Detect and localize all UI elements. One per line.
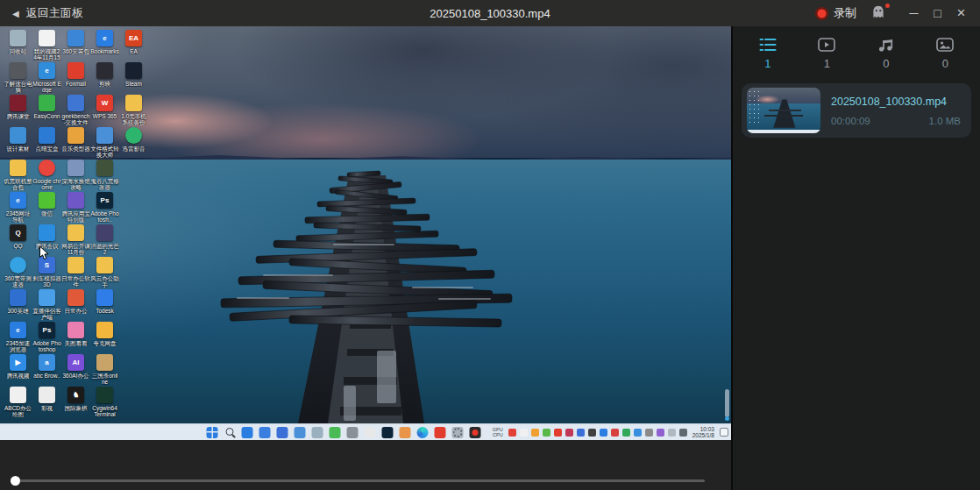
wps-icon bbox=[434, 427, 445, 438]
desktop-icon-label: QQ bbox=[4, 243, 32, 249]
desktop-icon-label: 国际象棋 bbox=[61, 405, 90, 411]
desktop-icon-glyph: e bbox=[10, 322, 26, 338]
record-label: 录制 bbox=[834, 5, 856, 21]
record-button[interactable]: 录制 bbox=[815, 5, 856, 21]
titlebar-actions: 录制 ─ □ × bbox=[815, 0, 980, 26]
desktop-icon-empty bbox=[119, 192, 148, 224]
desktop-icon-label: 日常办公软件 bbox=[61, 275, 90, 288]
desktop-icon: 微信 bbox=[32, 192, 61, 224]
desktop-icon-glyph bbox=[39, 95, 55, 111]
desktop-icon-empty bbox=[119, 322, 148, 354]
desktop-icon-glyph bbox=[125, 62, 142, 79]
desktop-icon: e2345网址导航 bbox=[4, 192, 32, 224]
desktop-icon-label: Steam bbox=[119, 81, 148, 87]
desktop-icon-label: 鬼谷八荒修改器 bbox=[90, 178, 119, 190]
desktop-icon: ABCD办公绘图 bbox=[4, 387, 32, 419]
desktop-icon-glyph bbox=[10, 62, 26, 79]
file-size: 1.0 MB bbox=[929, 116, 961, 126]
desktop-icon-glyph bbox=[39, 127, 55, 144]
desktop-icon-label: 回收站 bbox=[4, 48, 32, 54]
thumb-plank bbox=[764, 115, 803, 117]
video-vertical-scrollbar[interactable] bbox=[725, 389, 729, 417]
desktop-icon-glyph bbox=[67, 95, 84, 111]
close-button[interactable]: × bbox=[949, 0, 973, 26]
desktop-icon: 消逝的光芒2 bbox=[90, 224, 119, 257]
desktop-icon: AI360AI办公 bbox=[61, 354, 90, 387]
desktop-icon-glyph bbox=[39, 387, 55, 403]
back-arrow-icon: ◀ bbox=[12, 9, 19, 18]
settings-icon bbox=[451, 427, 463, 438]
desktop-icon: Cygwin64 Terminal bbox=[90, 387, 119, 419]
tray-icon bbox=[543, 429, 550, 437]
gallery-icon bbox=[399, 427, 410, 438]
tab-videos[interactable]: 1 bbox=[798, 38, 857, 70]
title-bar: ◀ 返回主面板 20250108_100330.mp4 录制 ─ □ × bbox=[0, 0, 980, 26]
desktop-icon-label: Adobe Photosh.. bbox=[90, 210, 119, 223]
desktop-icon-label: 设计素材 bbox=[4, 146, 32, 152]
desktop-icon: Steam bbox=[119, 62, 148, 95]
desktop-icon-glyph bbox=[10, 160, 26, 176]
seek-slider-thumb[interactable] bbox=[11, 476, 20, 486]
desktop-icon: geekbench-交换文件 bbox=[61, 95, 90, 127]
video-preview[interactable]: 回收站我的视频24年11月15360安装包eBookmarksEAEA了解这台电… bbox=[0, 26, 731, 440]
notification-dot bbox=[885, 4, 890, 8]
desktop-icon-empty bbox=[119, 354, 148, 387]
feedback-button[interactable] bbox=[870, 4, 891, 22]
video-thumbnail bbox=[747, 88, 820, 133]
compass-icon bbox=[364, 427, 375, 438]
desktop-icon-glyph: Ps bbox=[96, 192, 113, 209]
desktop-icon-glyph: e bbox=[39, 62, 55, 79]
desktop-icon-label: 饥荒联机整合包 bbox=[4, 178, 32, 190]
desktop-icon-glyph bbox=[125, 95, 142, 111]
desktop-icon-glyph bbox=[10, 127, 26, 144]
desktop-icon-label: 彩视 bbox=[32, 405, 61, 411]
desktop-icon-label: 腾讯课堂 bbox=[4, 113, 32, 119]
photoshop-icon bbox=[381, 427, 393, 438]
tab-count: 0 bbox=[883, 57, 889, 70]
maximize-button[interactable]: □ bbox=[926, 0, 949, 26]
tray-icon bbox=[600, 429, 607, 437]
video-icon bbox=[818, 38, 835, 52]
desktop-icon-label: 迅雷影音 bbox=[119, 146, 148, 152]
desktop-icon-empty bbox=[119, 224, 148, 257]
tab-count: 1 bbox=[824, 57, 830, 70]
desktop-icon: 音乐类型器 bbox=[61, 127, 90, 160]
taskbar-tray: GPU CPU 10:03 2025/1/8 bbox=[493, 424, 728, 440]
desktop-icon-label: Todesk bbox=[90, 308, 119, 314]
desktop-icon-glyph: EA bbox=[125, 30, 142, 46]
desktop-icon-glyph bbox=[10, 387, 26, 403]
main-area: 回收站我的视频24年11月15360安装包eBookmarksEAEA了解这台电… bbox=[0, 26, 980, 490]
tab-count: 0 bbox=[942, 57, 948, 70]
desktop-icon: 腾讯应用宝特别版 bbox=[61, 192, 90, 224]
desktop-icon-label: 美图看看 bbox=[61, 340, 90, 346]
tab-audio[interactable]: 0 bbox=[856, 38, 916, 70]
desktop-icon: ♞国际象棋 bbox=[61, 387, 90, 419]
desktop-icon: 鬼谷八荒修改器 bbox=[90, 160, 119, 192]
desktop-icon-glyph bbox=[67, 192, 84, 209]
desktop-icon: WWPS 365 bbox=[90, 95, 119, 127]
back-to-main-panel-button[interactable]: ◀ 返回主面板 bbox=[12, 5, 83, 21]
desktop-icon-label: EasyConn bbox=[32, 113, 61, 119]
desktop-icon-label: 360安装包 bbox=[61, 48, 90, 54]
desktop-icon: Todesk bbox=[90, 289, 119, 322]
desktop-icon: 设计素材 bbox=[4, 127, 32, 160]
scrollbar-indicator-dot bbox=[725, 416, 729, 421]
minimize-button[interactable]: ─ bbox=[902, 0, 926, 26]
desktop-icon-glyph bbox=[10, 289, 26, 306]
tab-all-list[interactable]: 1 bbox=[738, 38, 798, 70]
desktop-icon-label: 风云办公助手 bbox=[90, 275, 119, 288]
media-list-item[interactable]: 20250108_100330.mp4 00:00:09 1.0 MB bbox=[742, 83, 971, 138]
desktop-icon: 网易公开课11月份 bbox=[61, 224, 90, 257]
tab-images[interactable]: 0 bbox=[916, 38, 976, 70]
desktop-icon-label: 音乐类型器 bbox=[61, 146, 90, 152]
desktop-icon: 点睛宝盒 bbox=[32, 127, 61, 160]
file-meta: 20250108_100330.mp4 00:00:09 1.0 MB bbox=[831, 96, 966, 126]
desktop-icon-label: Foxmail bbox=[61, 81, 90, 87]
clock-time: 10:03 bbox=[692, 426, 714, 433]
desktop-icon-label: 刹车模拟器3D bbox=[32, 275, 61, 288]
seek-slider-track[interactable] bbox=[14, 479, 705, 482]
media-tabs: 1 1 bbox=[733, 26, 980, 81]
desktop-icon-glyph bbox=[96, 322, 113, 338]
desktop-icon-label: 300英雄 bbox=[4, 308, 32, 314]
desktop-icon-glyph bbox=[96, 387, 113, 403]
